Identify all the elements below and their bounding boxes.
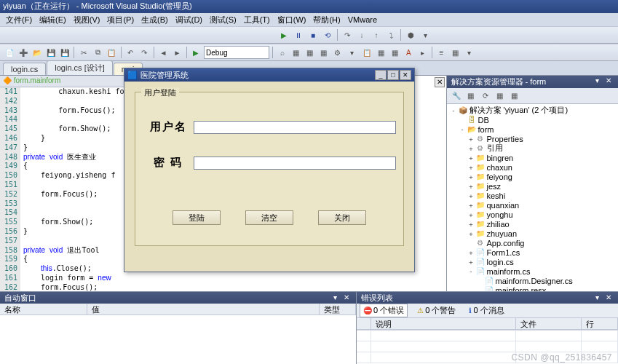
warnings-filter[interactable]: ⚠0 个警告 bbox=[413, 304, 459, 317]
sln-icon[interactable]: ▦ bbox=[375, 46, 387, 59]
add-item-icon[interactable]: ➕ bbox=[17, 46, 29, 59]
messages-filter[interactable]: ℹ0 个消息 bbox=[465, 304, 507, 317]
column-header[interactable]: 值 bbox=[87, 304, 320, 314]
menu-item[interactable]: 工具(T) bbox=[241, 15, 273, 25]
tool-icon[interactable]: ▦ bbox=[290, 46, 302, 59]
tree-node[interactable]: -📂form bbox=[447, 124, 619, 134]
tree-node-root[interactable]: -📦解决方案 'yiyuan' (2 个项目) bbox=[447, 106, 619, 115]
step-icon[interactable]: ⤵ bbox=[384, 28, 397, 41]
dropdown-icon[interactable]: ▾ bbox=[592, 293, 602, 302]
column-header[interactable]: 类型 bbox=[320, 304, 356, 314]
username-input[interactable] bbox=[194, 121, 396, 134]
step-out-icon[interactable]: ↑ bbox=[370, 28, 383, 41]
view-icon[interactable]: ▦ bbox=[508, 90, 521, 103]
tree-node[interactable]: +⚙Properties bbox=[447, 134, 619, 143]
column-header[interactable]: 名称 bbox=[0, 304, 87, 314]
tree-node[interactable]: +📁chaxun bbox=[447, 162, 619, 172]
menu-item[interactable]: 生成(B) bbox=[138, 15, 171, 25]
code-editor[interactable]: 🔶 form.mainform 141 142 143 144 145 146 … bbox=[0, 76, 129, 291]
close-button[interactable]: 关闭 bbox=[318, 210, 366, 225]
start-icon[interactable]: ▶ bbox=[190, 46, 202, 59]
tool-icon[interactable]: ⚙ bbox=[331, 46, 344, 59]
copy-icon[interactable]: ⧉ bbox=[92, 46, 104, 59]
sln-icon[interactable]: A bbox=[403, 46, 415, 59]
step-into-icon[interactable]: ↓ bbox=[355, 28, 368, 41]
show-all-icon[interactable]: ▦ bbox=[464, 90, 478, 103]
sln-icon[interactable]: ▦ bbox=[449, 46, 461, 59]
tree-node[interactable]: +📁yonghu bbox=[447, 210, 619, 219]
document-tab[interactable]: login.cs [设计] bbox=[47, 60, 112, 75]
restart-icon[interactable]: ⟲ bbox=[321, 28, 334, 41]
tree-node[interactable]: +📁quanxian bbox=[447, 200, 619, 210]
close-icon[interactable]: ✕ bbox=[603, 76, 614, 85]
minimize-icon[interactable]: _ bbox=[375, 70, 387, 80]
tool-icon[interactable]: ▦ bbox=[317, 46, 330, 59]
code-content[interactable]: chaxun.keshi for form.Focus(); form.Show… bbox=[20, 87, 129, 291]
document-tab[interactable]: login.cs bbox=[3, 63, 46, 75]
pause-icon[interactable]: ⏸ bbox=[292, 28, 305, 41]
tree-node[interactable]: +📁zhuyuan bbox=[447, 229, 619, 238]
paste-icon[interactable]: 📋 bbox=[106, 46, 118, 59]
hex-icon[interactable]: ⬢ bbox=[404, 28, 417, 41]
solution-tree[interactable]: -📦解决方案 'yiyuan' (2 个项目)🗄DB-📂form+⚙Proper… bbox=[447, 104, 619, 291]
nav-back-icon[interactable]: ◄ bbox=[157, 46, 170, 59]
login-button[interactable]: 登陆 bbox=[173, 210, 221, 225]
tree-node[interactable]: 🗄DB bbox=[447, 115, 619, 124]
close-icon[interactable]: ✕ bbox=[603, 293, 614, 302]
sln-icon[interactable]: ▸ bbox=[416, 46, 429, 59]
cut-icon[interactable]: ✂ bbox=[77, 46, 90, 59]
tree-node[interactable]: ⚙App.config bbox=[447, 238, 619, 248]
autos-grid[interactable] bbox=[0, 315, 356, 364]
menu-item[interactable]: 编辑(E) bbox=[36, 15, 69, 25]
menu-item[interactable]: 调试(D) bbox=[173, 15, 205, 25]
continue-icon[interactable]: ▶ bbox=[277, 28, 290, 41]
nav-fwd-icon[interactable]: ► bbox=[171, 46, 183, 59]
close-icon[interactable]: ✕ bbox=[435, 77, 445, 87]
column-header[interactable]: 说明 bbox=[371, 318, 516, 329]
tree-node[interactable]: +📁bingren bbox=[447, 153, 619, 162]
view-code-icon[interactable]: ▦ bbox=[494, 90, 507, 103]
tree-node[interactable]: +📁zhiliao bbox=[447, 219, 619, 229]
step-over-icon[interactable]: ↷ bbox=[341, 28, 354, 41]
tree-node[interactable]: +📁jesz bbox=[447, 181, 619, 191]
sln-icon[interactable]: 📋 bbox=[361, 46, 373, 59]
sln-icon[interactable]: ▾ bbox=[463, 46, 475, 59]
redo-icon[interactable]: ↷ bbox=[138, 46, 151, 59]
menu-item[interactable]: 窗口(W) bbox=[274, 15, 309, 25]
tree-node[interactable]: 📄mainform.Designer.cs bbox=[447, 276, 619, 285]
maximize-icon[interactable]: □ bbox=[387, 70, 399, 80]
save-all-icon[interactable]: 💾 bbox=[58, 46, 71, 59]
dropdown-icon[interactable]: ▾ bbox=[330, 293, 340, 302]
tree-node[interactable]: +📄Form1.cs bbox=[447, 248, 619, 257]
dialog-titlebar[interactable]: 🟦 医院管理系统 _ □ ✕ bbox=[124, 68, 414, 82]
menu-item[interactable]: VMware bbox=[345, 15, 380, 24]
menu-item[interactable]: 视图(V) bbox=[71, 15, 103, 25]
new-project-icon[interactable]: 📄 bbox=[3, 46, 15, 59]
menu-item[interactable]: 帮助(H) bbox=[310, 15, 343, 25]
tree-node[interactable]: +📁feiyong bbox=[447, 172, 619, 181]
column-header[interactable] bbox=[357, 318, 371, 329]
tree-node[interactable]: 📄mainform.resx bbox=[447, 285, 619, 291]
save-icon[interactable]: 💾 bbox=[44, 46, 57, 59]
properties-icon[interactable]: 🔧 bbox=[450, 90, 463, 103]
tool-icon[interactable]: ▾ bbox=[345, 46, 357, 59]
clear-button[interactable]: 清空 bbox=[245, 210, 293, 225]
password-input[interactable] bbox=[194, 157, 396, 170]
tree-node[interactable]: +📄login.cs bbox=[447, 257, 619, 266]
undo-icon[interactable]: ↶ bbox=[124, 46, 137, 59]
column-header[interactable]: 行 bbox=[582, 318, 618, 329]
refresh-icon[interactable]: ⟳ bbox=[479, 90, 492, 103]
tree-node[interactable]: +📁keshi bbox=[447, 191, 619, 200]
menu-item[interactable]: 项目(P) bbox=[104, 15, 137, 25]
close-icon[interactable]: ✕ bbox=[400, 70, 411, 80]
menu-item[interactable]: 文件(F) bbox=[3, 15, 35, 25]
close-icon[interactable]: ✕ bbox=[341, 293, 352, 302]
menu-item[interactable]: 测试(S) bbox=[207, 15, 239, 25]
dropdown-icon[interactable]: ▾ bbox=[419, 28, 432, 41]
find-icon[interactable]: ⌕ bbox=[276, 46, 288, 59]
config-dropdown[interactable]: Debug bbox=[204, 46, 269, 59]
open-icon[interactable]: 📂 bbox=[31, 46, 43, 59]
column-header[interactable]: 文件 bbox=[516, 318, 582, 329]
errors-filter[interactable]: ⛔0 个错误 bbox=[360, 304, 408, 317]
tool-icon[interactable]: ▦ bbox=[304, 46, 316, 59]
